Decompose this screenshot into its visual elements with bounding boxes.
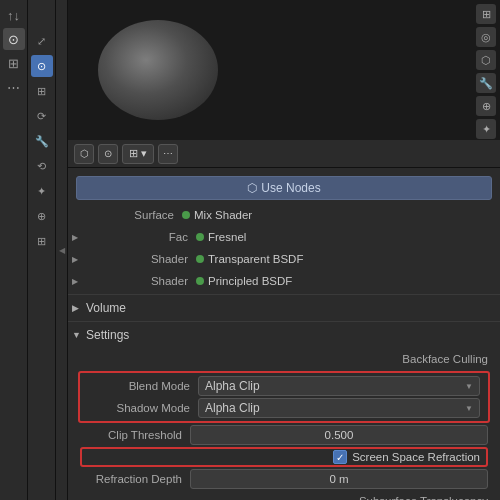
- tool-grid[interactable]: ⊞: [31, 80, 53, 102]
- settings-section-header[interactable]: ▼ Settings: [68, 324, 500, 346]
- surface-row: Surface Mix Shader: [68, 204, 500, 226]
- surface-label: Surface: [72, 209, 182, 221]
- fac-value: Fresnel: [196, 231, 496, 243]
- divider-2: [68, 321, 500, 322]
- refraction-depth-value: 0 m: [329, 473, 348, 485]
- viewport-icon-5[interactable]: ⊕: [476, 96, 496, 116]
- tools-sidebar: ⤢ ⊙ ⊞ ⟳ 🔧 ⟲ ✦ ⊕ ⊞: [28, 0, 56, 500]
- sidebar-icon-grid[interactable]: ⊞: [3, 52, 25, 74]
- main-content: ⊞ ◎ ⬡ 🔧 ⊕ ✦ ⬡ ⊙ ⊞ ▾ ⋯ ⬡ Use Nodes Surfac…: [68, 0, 500, 500]
- screen-space-refraction-row: ✓ Screen Space Refraction: [76, 446, 492, 468]
- volume-section-header[interactable]: ▶ Volume: [68, 297, 500, 319]
- left-sidebar: ↑↓ ⊙ ⊞ ⋯: [0, 0, 28, 500]
- clip-threshold-label: Clip Threshold: [80, 429, 190, 441]
- tool-undo[interactable]: ⟲: [31, 155, 53, 177]
- settings-group: Backface Culling Blend Mode Alpha Clip ▼…: [68, 346, 500, 500]
- subsurface-translucency-label: Subsurface Translucency: [359, 495, 488, 500]
- header-btn-grid[interactable]: ⊞ ▾: [122, 144, 154, 164]
- fac-value-text: Fresnel: [208, 231, 246, 243]
- screen-space-refraction-label: Screen Space Refraction: [352, 451, 480, 463]
- shader-dot-2: [196, 277, 204, 285]
- fac-expand-arrow: ▶: [72, 233, 86, 242]
- tool-move[interactable]: ⤢: [31, 30, 53, 52]
- settings-label: Settings: [86, 328, 129, 342]
- refraction-depth-row: Refraction Depth 0 m: [76, 468, 492, 490]
- fac-row[interactable]: ▶ Fac Fresnel: [68, 226, 500, 248]
- shader-value-text-1: Transparent BSDF: [208, 253, 303, 265]
- shadow-mode-arrow: ▼: [465, 404, 473, 413]
- volume-chevron: ▶: [72, 303, 86, 313]
- shader-dot-1: [196, 255, 204, 263]
- shader-value-1: Transparent BSDF: [196, 253, 496, 265]
- volume-label: Volume: [86, 301, 126, 315]
- refraction-depth-label: Refraction Depth: [80, 473, 190, 485]
- shader-label-2: Shader: [86, 275, 196, 287]
- highlight-section: Blend Mode Alpha Clip ▼ Shadow Mode Alph…: [78, 371, 490, 423]
- surface-dot: [182, 211, 190, 219]
- tool-cursor[interactable]: ⊙: [31, 55, 53, 77]
- backface-culling-row: Backface Culling: [76, 348, 492, 370]
- sidebar-icon-view[interactable]: ⊙: [3, 28, 25, 50]
- viewport-icon-2[interactable]: ◎: [476, 27, 496, 47]
- blend-mode-arrow: ▼: [465, 382, 473, 391]
- header-icon-extra[interactable]: ⋯: [158, 144, 178, 164]
- shadow-mode-row: Shadow Mode Alpha Clip ▼: [84, 397, 484, 419]
- use-nodes-label: Use Nodes: [261, 181, 320, 195]
- viewport-preview: ⊞ ◎ ⬡ 🔧 ⊕ ✦: [68, 0, 500, 140]
- viewport-right-icons: ⊞ ◎ ⬡ 🔧 ⊕ ✦: [476, 4, 496, 139]
- refraction-depth-field[interactable]: 0 m: [190, 469, 488, 489]
- clip-threshold-value: 0.500: [325, 429, 354, 441]
- shader-principled-row[interactable]: ▶ Shader Principled BSDF: [68, 270, 500, 292]
- properties-panel: ⬡ Use Nodes Surface Mix Shader ▶ Fac Fre…: [68, 168, 500, 500]
- subsurface-translucency-row: Subsurface Translucency: [76, 490, 492, 500]
- blend-mode-dropdown[interactable]: Alpha Clip ▼: [198, 376, 480, 396]
- screen-space-refraction-checkbox[interactable]: ✓: [333, 450, 347, 464]
- blend-mode-row: Blend Mode Alpha Clip ▼: [84, 375, 484, 397]
- fac-label: Fac: [86, 231, 196, 243]
- header-icon-material[interactable]: ⬡: [74, 144, 94, 164]
- blend-mode-value: Alpha Clip: [205, 379, 260, 393]
- sidebar-icon-more[interactable]: ⋯: [3, 76, 25, 98]
- clip-threshold-field[interactable]: 0.500: [190, 425, 488, 445]
- use-nodes-button[interactable]: ⬡ Use Nodes: [76, 176, 492, 200]
- tool-wrench[interactable]: 🔧: [31, 130, 53, 152]
- header-icon-nodes[interactable]: ⊙: [98, 144, 118, 164]
- blend-mode-label: Blend Mode: [88, 380, 198, 392]
- shader-value-text-2: Principled BSDF: [208, 275, 292, 287]
- viewport-icon-4[interactable]: 🔧: [476, 73, 496, 93]
- shadow-mode-label: Shadow Mode: [88, 402, 198, 414]
- shadow-mode-value: Alpha Clip: [205, 401, 260, 415]
- preview-object: [98, 20, 218, 120]
- tool-rotate[interactable]: ⟳: [31, 105, 53, 127]
- sidebar-icon-move[interactable]: ↑↓: [3, 4, 25, 26]
- shadow-mode-dropdown[interactable]: Alpha Clip ▼: [198, 398, 480, 418]
- viewport-icon-1[interactable]: ⊞: [476, 4, 496, 24]
- surface-value-text: Mix Shader: [194, 209, 252, 221]
- shader-value-2: Principled BSDF: [196, 275, 496, 287]
- header-bar: ⬡ ⊙ ⊞ ▾ ⋯: [68, 140, 500, 168]
- fac-dot: [196, 233, 204, 241]
- viewport-icon-3[interactable]: ⬡: [476, 50, 496, 70]
- tool-add[interactable]: ⊕: [31, 205, 53, 227]
- divider-1: [68, 294, 500, 295]
- viewport-icon-6[interactable]: ✦: [476, 119, 496, 139]
- tool-box[interactable]: ⊞: [31, 230, 53, 252]
- surface-value: Mix Shader: [182, 209, 496, 221]
- use-nodes-icon: ⬡: [247, 181, 257, 195]
- shader-transparent-row[interactable]: ▶ Shader Transparent BSDF: [68, 248, 500, 270]
- shader-expand-1: ▶: [72, 255, 86, 264]
- panel-collapse-arrow[interactable]: ◀: [56, 0, 68, 500]
- tool-star[interactable]: ✦: [31, 180, 53, 202]
- settings-chevron: ▼: [72, 330, 86, 340]
- clip-threshold-row: Clip Threshold 0.500: [76, 424, 492, 446]
- shader-expand-2: ▶: [72, 277, 86, 286]
- shader-label-1: Shader: [86, 253, 196, 265]
- backface-culling-label: Backface Culling: [402, 353, 488, 365]
- screen-space-refraction-container[interactable]: ✓ Screen Space Refraction: [80, 447, 488, 467]
